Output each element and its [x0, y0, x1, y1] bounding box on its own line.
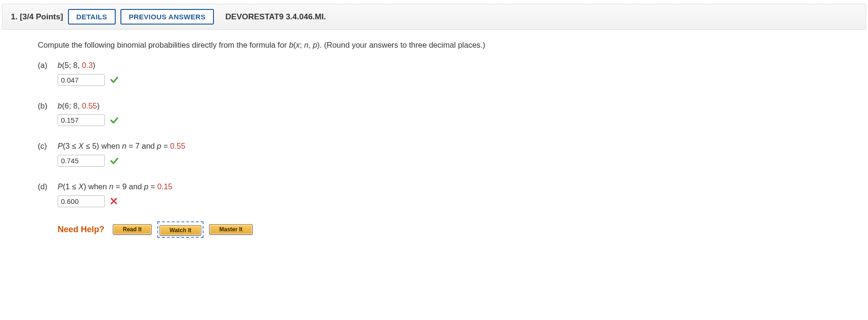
part-c-when: when [99, 142, 122, 150]
question-header: 1. [3/4 Points] DETAILS PREVIOUS ANSWERS… [2, 4, 866, 30]
watch-it-focus-wrap: Watch It [157, 221, 204, 238]
part-d-n: n [109, 182, 113, 191]
question-number: 1. [3/4 Points] [11, 12, 63, 22]
instructions-arg-n: n [304, 41, 308, 49]
part-a-expression: b(5; 8, 0.3) [58, 59, 95, 71]
instructions-arg-x: x [296, 41, 300, 49]
part-d-pre: P [58, 182, 63, 191]
part-c-body1: 3 ≤ [66, 142, 78, 150]
part-d-eq2: = [148, 182, 157, 191]
part-a: (a) b(5; 8, 0.3) [38, 59, 868, 86]
previous-answers-button[interactable]: PREVIOUS ANSWERS [120, 9, 214, 25]
master-it-button[interactable]: Master It [209, 224, 252, 235]
part-a-answer-input[interactable] [58, 74, 105, 86]
part-c: (c) P(3 ≤ X ≤ 5) when n = 7 and p = 0.55 [38, 140, 868, 167]
need-help-row: Need Help? Read It Watch It Master It [58, 221, 868, 238]
watch-it-button[interactable]: Watch It [160, 225, 201, 236]
question-reference: DEVORESTAT9 3.4.046.MI. [225, 12, 326, 22]
details-button[interactable]: DETAILS [68, 9, 116, 25]
part-b-label: (b) [38, 100, 51, 112]
part-c-eq2: = [162, 142, 170, 150]
part-c-body2: ≤ 5 [84, 142, 96, 150]
part-a-label: (a) [38, 59, 51, 71]
part-c-expression: P(3 ≤ X ≤ 5) when n = 7 and p = 0.55 [58, 140, 185, 152]
part-b-close: ) [97, 101, 100, 110]
check-icon [110, 156, 119, 166]
part-c-pval: 0.55 [170, 142, 185, 150]
part-b-func: b [58, 101, 62, 110]
question-points: [3/4 Points] [20, 12, 63, 21]
part-d-X: X [78, 182, 84, 191]
question-body: Compute the following binomial probabili… [0, 30, 868, 252]
part-c-n: n [122, 142, 126, 150]
part-c-answer-input[interactable] [58, 155, 105, 167]
part-d-answer-input[interactable] [58, 195, 105, 207]
check-icon [110, 116, 119, 125]
instructions-sep2: , [308, 41, 313, 49]
part-b-v3: 0.55 [82, 101, 97, 110]
part-b: (b) b(6; 8, 0.55) [38, 100, 868, 126]
part-b-answer-input[interactable] [58, 114, 105, 126]
part-b-sep1: ; [69, 101, 73, 110]
part-d-pval: 0.15 [157, 182, 172, 191]
instructions-pre: Compute the following binomial probabili… [38, 41, 289, 49]
part-c-p: p [157, 142, 161, 150]
part-d-body1: 1 ≤ [66, 182, 78, 191]
instructions-post: . (Round your answers to three decimal p… [320, 41, 485, 49]
instructions-func: b [289, 41, 293, 49]
part-d-when: when [86, 182, 109, 191]
part-d-expression: P(1 ≤ X) when n = 9 and p = 0.15 [58, 181, 172, 193]
part-c-eq1: = 7 and [127, 142, 157, 150]
part-a-func: b [58, 61, 62, 69]
part-c-label: (c) [38, 140, 51, 152]
instructions-sep1: ; [300, 41, 304, 49]
need-help-label: Need Help? [58, 223, 104, 236]
part-d-p: p [144, 182, 148, 191]
part-a-v1: 5 [65, 61, 69, 69]
part-a-v2: 8 [73, 61, 77, 69]
part-a-v3: 0.3 [82, 61, 93, 69]
part-c-X: X [78, 142, 84, 150]
part-d-eq1: = 9 and [113, 182, 144, 191]
part-a-sep1: ; [69, 61, 73, 69]
check-icon [110, 75, 119, 84]
part-d-label: (d) [38, 181, 51, 193]
part-c-pre: P [58, 142, 63, 150]
instructions-arg-p: p [313, 41, 317, 49]
x-icon [110, 197, 118, 205]
instructions: Compute the following binomial probabili… [38, 39, 868, 51]
part-b-expression: b(6; 8, 0.55) [58, 100, 100, 112]
part-b-v2: 8 [73, 101, 77, 110]
question-index: 1. [11, 12, 17, 21]
part-a-close: ) [93, 61, 95, 69]
part-d: (d) P(1 ≤ X) when n = 9 and p = 0.15 [38, 181, 868, 207]
read-it-button[interactable]: Read It [113, 224, 152, 235]
part-b-v1: 6 [65, 101, 69, 110]
